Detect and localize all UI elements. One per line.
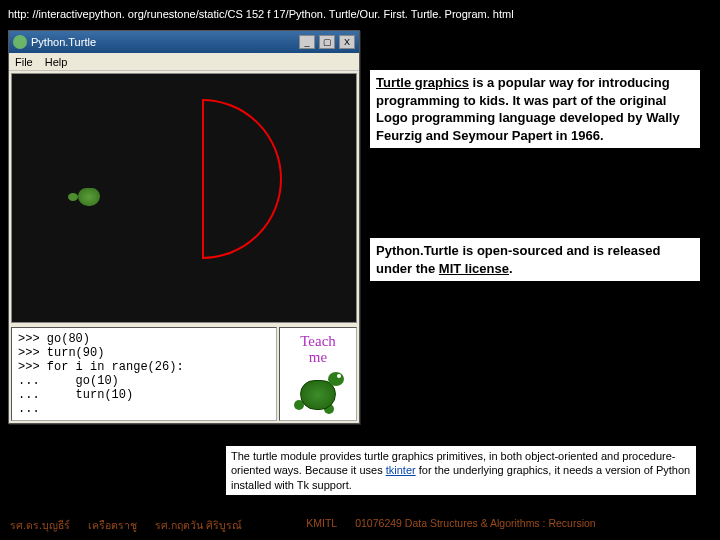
turtle-graphics-term: Turtle graphics <box>376 75 469 90</box>
footer: รศ.ดร.บุญธีร์ เครือตราชู รศ.กฤตวัน ศิริบ… <box>0 517 720 534</box>
main-row: Python.Turtle _ ▢ X File Help >>> go(80)… <box>0 24 720 424</box>
app-icon <box>13 35 27 49</box>
turtle-mascot-icon <box>290 370 346 420</box>
turtle-canvas <box>11 73 357 323</box>
maximize-button[interactable]: ▢ <box>319 35 335 49</box>
footer-author-1b: เครือตราชู <box>88 517 137 534</box>
teach-line1: Teach <box>300 333 336 349</box>
description-column: Turtle graphics is a popular way for int… <box>370 30 700 424</box>
menubar: File Help <box>9 53 359 71</box>
titlebar[interactable]: Python.Turtle _ ▢ X <box>9 31 359 53</box>
close-button[interactable]: X <box>339 35 355 49</box>
footer-course: 01076249 Data Structures & Algorithms : … <box>355 517 595 534</box>
window-title: Python.Turtle <box>31 36 96 48</box>
paragraph-2: Python.Turtle is open-sourced and is rel… <box>370 238 700 281</box>
menu-help[interactable]: Help <box>45 56 68 68</box>
console-row: >>> go(80) >>> turn(90) >>> for i in ran… <box>9 325 359 423</box>
turtle-sprite-icon <box>72 184 106 210</box>
teach-line2: me <box>309 349 327 365</box>
paragraph-1: Turtle graphics is a popular way for int… <box>370 70 700 148</box>
console-output[interactable]: >>> go(80) >>> turn(90) >>> for i in ran… <box>11 327 277 421</box>
url-text: http: //interactivepython. org/runestone… <box>0 0 720 24</box>
drawn-line <box>202 99 204 259</box>
teach-panel: Teach me <box>279 327 357 421</box>
paragraph-2-lead: Python.Turtle is open-sourced and is rel… <box>376 243 660 276</box>
python-turtle-window: Python.Turtle _ ▢ X File Help >>> go(80)… <box>8 30 360 424</box>
bottom-blurb: The turtle module provides turtle graphi… <box>226 446 696 495</box>
footer-author-1a: รศ.ดร.บุญธีร์ <box>10 517 70 534</box>
tkinter-link[interactable]: tkinter <box>386 464 416 476</box>
footer-org: KMITL <box>306 517 337 534</box>
menu-file[interactable]: File <box>15 56 33 68</box>
teach-label: Teach me <box>300 334 336 366</box>
minimize-button[interactable]: _ <box>299 35 315 49</box>
footer-author-2: รศ.กฤตวัน ศิริบูรณ์ <box>155 517 242 534</box>
paragraph-2-tail: . <box>509 261 513 276</box>
mit-license-link[interactable]: MIT license <box>439 261 509 276</box>
